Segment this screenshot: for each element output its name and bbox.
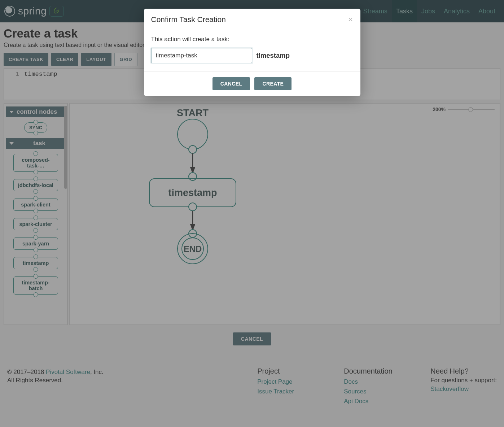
modal-message: This action will create a task: (151, 36, 353, 43)
modal-overlay[interactable]: Confirm Task Creation × This action will… (0, 0, 504, 427)
confirm-task-modal: Confirm Task Creation × This action will… (144, 9, 360, 96)
modal-cancel-button[interactable]: CANCEL (212, 77, 250, 90)
modal-title: Confirm Task Creation (151, 15, 226, 24)
task-definition-label: timestamp (257, 52, 290, 60)
close-icon[interactable]: × (348, 15, 353, 24)
task-name-input[interactable] (151, 48, 252, 63)
modal-create-button[interactable]: CREATE (254, 77, 292, 90)
